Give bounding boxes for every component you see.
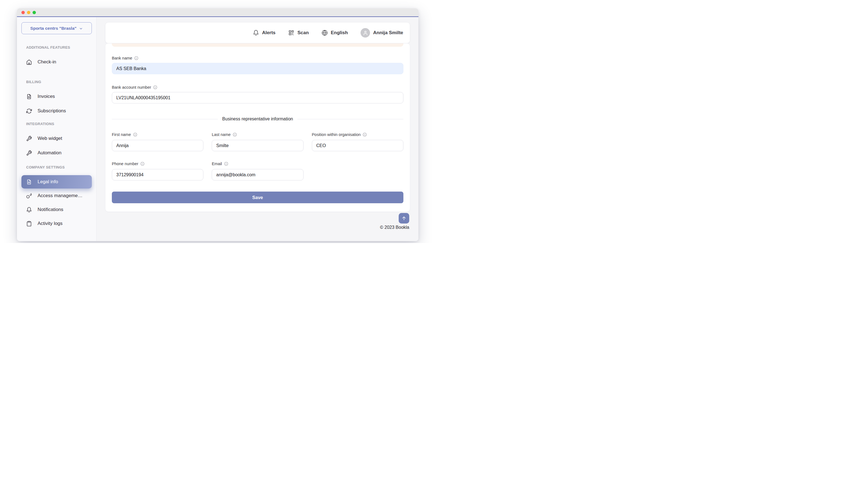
document-icon: [26, 179, 32, 185]
bank-name-input[interactable]: [112, 63, 403, 74]
sidebar-item-subscriptions[interactable]: Subscriptions: [22, 104, 92, 118]
first-name-field: First name: [112, 132, 204, 151]
last-name-label: Last name: [212, 132, 230, 137]
clipboard-icon: [26, 221, 32, 227]
refresh-icon: [26, 108, 32, 114]
info-icon[interactable]: [232, 132, 237, 137]
main-area: Alerts: [96, 17, 418, 241]
page-footer: © 2023 Bookla: [105, 212, 410, 230]
bell-icon: [253, 30, 259, 36]
titlebar: [17, 8, 418, 17]
qr-code-icon: [288, 30, 294, 36]
copyright-text: © 2023 Bookla: [380, 225, 409, 230]
user-icon: [363, 30, 368, 36]
avatar: [361, 28, 370, 37]
sidebar: Sporta centrs "Brasla" ADDITIONAL FEATUR…: [17, 17, 96, 241]
sidebar-section-additional-features: ADDITIONAL FEATURES: [26, 45, 92, 50]
sidebar-item-label: Legal info: [37, 179, 58, 185]
app-window: Sporta centrs "Brasla" ADDITIONAL FEATUR…: [17, 8, 418, 241]
sidebar-item-label: Web widget: [37, 136, 62, 141]
section-divider-title: Business representative information: [222, 116, 293, 122]
phone-field: Phone number: [112, 161, 204, 181]
section-divider: Business representative information: [112, 116, 403, 122]
bank-account-input[interactable]: [112, 92, 403, 103]
company-selector-label: Sporta centrs "Brasla": [30, 26, 76, 31]
arrow-up-icon: [401, 216, 406, 221]
language-selector[interactable]: English: [321, 30, 348, 36]
sidebar-item-label: Notifications: [37, 207, 63, 213]
scan-button[interactable]: Scan: [288, 30, 309, 36]
sidebar-item-label: Check-in: [37, 59, 56, 65]
sidebar-item-check-in[interactable]: Check-in: [22, 55, 92, 69]
sidebar-item-notifications[interactable]: Notifications: [22, 203, 92, 216]
info-icon[interactable]: [140, 162, 145, 166]
minimize-window-button[interactable]: [27, 11, 30, 14]
info-icon[interactable]: [133, 132, 137, 137]
sidebar-section-company-settings: COMPANY SETTINGS: [26, 165, 92, 170]
sidebar-item-invoices[interactable]: Invoices: [22, 90, 92, 103]
position-label: Position within organisation: [312, 132, 361, 137]
first-name-label: First name: [112, 132, 131, 137]
maximize-window-button[interactable]: [33, 11, 36, 14]
last-name-input[interactable]: [212, 140, 303, 151]
sidebar-item-label: Activity logs: [37, 221, 63, 226]
email-field: Email: [212, 161, 303, 181]
sidebar-item-web-widget[interactable]: Web widget: [22, 132, 92, 145]
sidebar-item-automation[interactable]: Automation: [22, 146, 92, 160]
bank-account-label-row: Bank account number: [112, 85, 403, 90]
document-icon: [26, 94, 32, 100]
divider-line: [112, 119, 218, 119]
sidebar-item-label: Access manageme…: [37, 193, 83, 198]
representative-row-1: First name Last name: [112, 132, 403, 151]
empty-cell: [312, 161, 403, 181]
position-field: Position within organisation: [312, 132, 403, 151]
company-selector[interactable]: Sporta centrs "Brasla": [22, 22, 92, 34]
user-menu[interactable]: Annija Smilte: [361, 28, 403, 37]
notice-strip: [112, 43, 403, 47]
sidebar-item-activity-logs[interactable]: Activity logs: [22, 217, 92, 230]
globe-icon: [321, 30, 328, 36]
alerts-button[interactable]: Alerts: [253, 30, 275, 36]
sidebar-item-label: Automation: [37, 150, 61, 156]
info-icon[interactable]: [134, 56, 138, 60]
phone-input[interactable]: [112, 169, 204, 181]
divider-line: [298, 119, 403, 119]
alerts-label: Alerts: [262, 30, 275, 36]
first-name-input[interactable]: [112, 140, 204, 151]
wrench-icon: [26, 136, 32, 141]
home-icon: [26, 59, 32, 65]
key-icon: [26, 193, 32, 199]
email-input[interactable]: [212, 169, 303, 181]
close-window-button[interactable]: [22, 11, 25, 14]
scan-label: Scan: [298, 30, 309, 36]
representative-row-2: Phone number Email: [112, 161, 403, 181]
language-label: English: [331, 30, 348, 36]
info-icon[interactable]: [153, 85, 157, 90]
chevron-down-icon: [79, 27, 83, 31]
last-name-field: Last name: [212, 132, 303, 151]
sidebar-section-integrations: INTEGRATIONS: [26, 122, 92, 126]
sidebar-item-label: Invoices: [37, 94, 55, 99]
sidebar-item-label: Subscriptions: [37, 108, 66, 114]
sidebar-item-access-management[interactable]: Access manageme…: [22, 189, 92, 202]
info-icon[interactable]: [363, 132, 367, 137]
sidebar-item-legal-info[interactable]: Legal info: [22, 175, 92, 189]
email-label: Email: [212, 161, 222, 166]
bank-account-label: Bank account number: [112, 85, 151, 90]
phone-label: Phone number: [112, 161, 138, 166]
legal-info-card: Bank name Bank account number Business r…: [105, 43, 410, 212]
position-input[interactable]: [312, 140, 403, 151]
save-button[interactable]: Save: [112, 192, 403, 203]
info-icon[interactable]: [224, 162, 228, 166]
header-bar: Alerts: [105, 23, 410, 43]
bank-name-label-row: Bank name: [112, 55, 403, 61]
wrench-icon: [26, 150, 32, 156]
bank-name-label: Bank name: [112, 55, 132, 61]
scroll-to-top-button[interactable]: [399, 213, 409, 224]
bell-icon: [26, 207, 32, 213]
sidebar-section-billing: BILLING: [26, 80, 92, 84]
user-name-label: Annija Smilte: [373, 30, 403, 36]
